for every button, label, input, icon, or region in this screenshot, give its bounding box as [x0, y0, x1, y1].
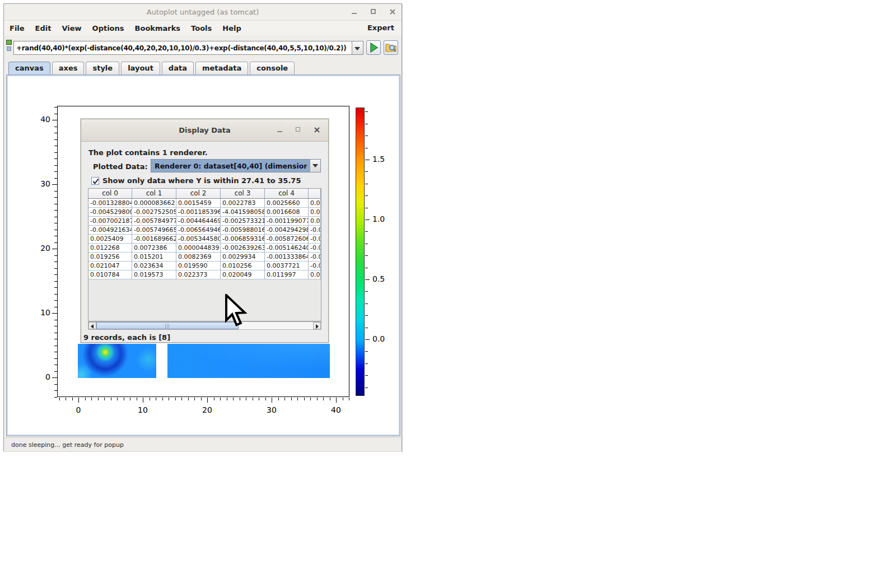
x-axis-tick	[207, 398, 208, 403]
table-header-cell[interactable]: col 2	[176, 189, 221, 199]
dialog-titlebar[interactable]: Display Data	[81, 119, 328, 142]
tab-data[interactable]: data	[162, 62, 194, 74]
colorbar-tick	[365, 315, 368, 316]
y-axis-tick	[54, 274, 57, 275]
window-titlebar[interactable]: Autoplot untagged (as tomcat)	[4, 4, 402, 21]
menu-bookmarks[interactable]: Bookmarks	[134, 23, 182, 34]
colorbar-tick	[365, 220, 370, 220]
table-header: col 0col 1col 2col 3col 4	[88, 189, 321, 199]
x-axis-tick	[201, 398, 202, 400]
x-axis-tick	[181, 398, 182, 400]
tab-axes[interactable]: axes	[52, 62, 85, 74]
colorbar-tick	[365, 244, 368, 244]
y-tick-label: 10	[28, 308, 50, 317]
table-header-cell[interactable]: col 1	[132, 189, 176, 199]
y-axis-tick	[54, 371, 57, 372]
dialog-minimize-icon[interactable]	[277, 127, 283, 133]
x-tick-label: 30	[260, 405, 283, 414]
x-axis-tick	[66, 398, 66, 400]
table-header-cell[interactable]: col 0	[88, 189, 132, 199]
y-axis-tick	[54, 352, 57, 352]
renderer-count-text: The plot contains 1 renderer.	[88, 148, 208, 157]
x-axis-tick	[214, 398, 214, 400]
table-row[interactable]: -0.004921634...-0.005749665...-0.0065649…	[88, 226, 321, 235]
x-axis-tick	[124, 398, 124, 400]
colorbar-tick	[365, 195, 368, 196]
uri-dropdown-button[interactable]	[352, 41, 363, 55]
maximize-icon[interactable]	[370, 8, 377, 15]
close-icon[interactable]	[389, 8, 396, 15]
dialog-maximize-icon[interactable]	[295, 127, 302, 133]
scroll-right-button[interactable]	[313, 322, 321, 329]
browse-button[interactable]	[384, 40, 398, 55]
table-cell: 0.0016608	[265, 208, 309, 217]
table-row[interactable]: 0.0210470.0236340.0195900.0102560.003772…	[88, 262, 321, 270]
filter-checkbox[interactable]	[91, 177, 99, 185]
table-header-cell[interactable]: col 4	[265, 189, 309, 199]
tab-canvas[interactable]: canvas	[8, 62, 50, 74]
chevron-down-icon	[354, 47, 360, 50]
scroll-left-button[interactable]	[88, 322, 96, 329]
go-button[interactable]	[366, 40, 381, 55]
table-cell: 0.010784	[88, 270, 132, 279]
tab-style[interactable]: style	[86, 62, 119, 74]
y-axis-tick	[54, 191, 57, 192]
colorbar-tick	[365, 124, 368, 124]
plotted-data-value: Renderer 0: dataset[40,40] (dimension...	[155, 162, 307, 170]
horizontal-scrollbar[interactable]	[88, 321, 321, 330]
menu-view[interactable]: View	[60, 23, 82, 34]
table-row[interactable]: -0.007002187...-0.005784977...-0.0044644…	[88, 217, 321, 226]
menu-options[interactable]: Options	[91, 23, 125, 34]
combo-arrow-button[interactable]	[310, 160, 320, 172]
uri-input[interactable]	[13, 41, 352, 55]
table-cell: 0.000083662	[132, 199, 176, 208]
tab-layout[interactable]: layout	[121, 62, 160, 74]
play-icon	[367, 41, 380, 54]
y-axis-tick	[54, 236, 57, 236]
menubar: FileEditViewOptionsBookmarksToolsHelp	[4, 21, 402, 35]
x-axis-tick	[336, 398, 337, 403]
table-cell: 0.0072386	[132, 244, 176, 253]
table-header-cell[interactable]: col 3	[221, 189, 265, 199]
display-data-dialog: Display Data The plot contains 1 rendere…	[81, 119, 329, 343]
table-row[interactable]: 0.0107840.0195730.0223730.0200490.011997…	[88, 270, 321, 279]
minimize-icon[interactable]	[351, 8, 358, 15]
y-axis-tick	[54, 397, 57, 398]
plot-canvas[interactable]: 0102030404030201001.51.00.50.0 Display D…	[6, 74, 400, 436]
dialog-close-icon[interactable]	[314, 127, 320, 133]
x-tick-label: 0	[67, 405, 90, 414]
menu-edit[interactable]: Edit	[34, 23, 53, 34]
y-axis-tick	[54, 262, 57, 262]
table-row[interactable]: 0.0025409-0.001689662...-0.005344580...-…	[88, 235, 321, 244]
plotted-data-combobox[interactable]: Renderer 0: dataset[40,40] (dimension...	[151, 159, 321, 172]
y-axis-tick	[54, 114, 57, 114]
menu-tools[interactable]: Tools	[190, 23, 213, 34]
table-header-cell[interactable]	[309, 189, 321, 199]
colorbar-tick	[365, 339, 370, 340]
y-axis-tick	[52, 184, 57, 185]
table-row[interactable]: 0.0122680.00723860.000044839-0.002639263…	[88, 244, 321, 253]
table-cell: -0.001185396...	[176, 208, 221, 217]
autoplot-window: Autoplot untagged (as tomcat) FileEditVi…	[3, 3, 402, 451]
table-cell: -0.007002187...	[88, 217, 132, 226]
tab-console[interactable]: console	[250, 62, 295, 74]
x-axis-tick	[137, 398, 137, 400]
table-cell: -0.005146240...	[265, 244, 309, 253]
x-axis-tick	[304, 398, 305, 400]
colorbar-tick	[365, 208, 368, 208]
table-cell: 0.0022783	[221, 199, 265, 208]
table-cell: 0.0037721	[265, 262, 309, 270]
menu-file[interactable]: File	[8, 23, 26, 34]
expert-toggle[interactable]: Expert	[367, 24, 394, 32]
menu-help[interactable]: Help	[221, 23, 242, 34]
y-tick-label: 40	[28, 115, 50, 124]
table-row[interactable]: -0.001328804...0.0000836620.00154590.002…	[88, 199, 321, 208]
table-row[interactable]: 0.0192560.0152010.00823690.0029934-0.001…	[88, 253, 321, 262]
table-row[interactable]: -0.004529800...-0.002752505...-0.0011853…	[88, 208, 321, 217]
x-axis-tick	[297, 398, 298, 400]
scrollbar-thumb[interactable]	[96, 322, 239, 329]
x-axis-tick	[169, 398, 169, 400]
y-axis-tick	[54, 281, 57, 282]
tab-metadata[interactable]: metadata	[195, 62, 248, 74]
y-axis-tick	[54, 255, 57, 256]
